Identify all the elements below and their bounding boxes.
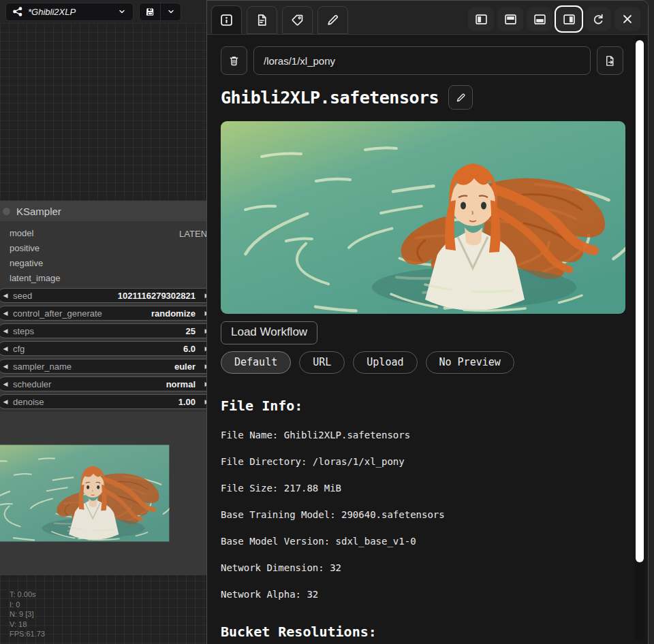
model-path-input[interactable]	[253, 46, 591, 75]
panel-window-controls	[468, 7, 640, 31]
decrement-icon[interactable]: ◀	[0, 363, 13, 370]
decrement-icon[interactable]: ◀	[0, 310, 13, 317]
input-latent-image[interactable]: latent_image	[10, 273, 60, 283]
tab-edit[interactable]	[317, 6, 348, 34]
load-workflow-button[interactable]: Load Workflow	[221, 321, 317, 344]
model-title-row: Ghibli2XLP.safetensors	[221, 85, 623, 110]
close-panel-button[interactable]	[614, 7, 640, 31]
increment-icon[interactable]: ▶	[201, 327, 206, 334]
widget-seed[interactable]: ◀ seed 1021116279302821 ▶	[0, 288, 206, 303]
refresh-icon	[592, 13, 605, 26]
preview-upload-button[interactable]: Upload	[353, 351, 417, 374]
stat-fps: FPS:61.73	[10, 629, 45, 639]
refresh-button[interactable]	[585, 7, 611, 31]
path-toolbar	[221, 46, 623, 75]
file-directory-row: File Directory: /loras/1/xl_pony	[221, 456, 623, 467]
increment-icon[interactable]: ▶	[201, 292, 206, 299]
increment-icon[interactable]: ▶	[201, 398, 206, 405]
save-icon	[145, 7, 155, 17]
workflow-name: *Ghibli2XLP	[28, 7, 112, 17]
pencil-icon	[456, 93, 466, 103]
dock-bottom-icon	[533, 13, 546, 26]
widget-sampler-name[interactable]: ◀ sampler_name euler ▶	[0, 359, 206, 374]
input-model[interactable]: model	[10, 228, 33, 238]
delete-model-button[interactable]	[221, 46, 247, 75]
side-panel-window: Ghibli2XLP.safetensors Load Workflow Def…	[206, 0, 654, 644]
dock-left-button[interactable]	[468, 7, 494, 31]
node-collapse-dot[interactable]	[3, 208, 10, 215]
workflow-menubar: *Ghibli2XLP	[0, 0, 206, 23]
node-widgets: ◀ seed 1021116279302821 ▶ ◀ control_afte…	[0, 287, 206, 409]
node-canvas[interactable]: *Ghibli2XLP KSampler modelLATENT positiv…	[0, 0, 206, 644]
dock-right-button[interactable]	[556, 7, 582, 31]
panel-scrollbar-track[interactable]	[635, 36, 644, 641]
generated-preview-image	[0, 436, 203, 550]
stat-v: V: 18	[10, 619, 45, 630]
decrement-icon[interactable]: ◀	[0, 345, 13, 352]
preview-source-buttons: Default URL Upload No Preview	[221, 351, 623, 374]
close-icon	[621, 13, 634, 25]
widget-denoise[interactable]: ◀ denoise 1.00 ▶	[0, 394, 206, 409]
file-name-row: File Name: Ghibli2XLP.safetensors	[221, 430, 623, 440]
file-export-icon	[604, 55, 616, 67]
preview-none-button[interactable]: No Preview	[426, 351, 514, 374]
workflow-selector[interactable]: *Ghibli2XLP	[5, 3, 134, 21]
stat-nodes: N: 9 [3]	[10, 609, 45, 619]
canvas-perf-stats: T: 0.00s I: 0 N: 9 [3] V: 18 FPS:61.73	[10, 590, 45, 639]
widget-cfg[interactable]: ◀ cfg 6.0 ▶	[0, 341, 206, 356]
model-title: Ghibli2XLP.safetensors	[221, 88, 439, 108]
output-latent[interactable]: LATENT	[179, 229, 206, 239]
dock-right-icon	[563, 13, 576, 26]
tab-info[interactable]	[211, 5, 242, 34]
node-io: modelLATENT positive negative latent_ima…	[0, 221, 206, 287]
network-dimension-row: Network Dimension: 32	[221, 562, 623, 573]
panel-scrollbar-thumb[interactable]	[636, 40, 644, 562]
increment-icon[interactable]: ▶	[201, 363, 206, 370]
node-title-bar[interactable]: KSampler	[0, 201, 206, 221]
share-icon	[13, 7, 22, 16]
preview-url-button[interactable]: URL	[299, 351, 345, 374]
input-negative[interactable]: negative	[10, 258, 43, 268]
dock-top-button[interactable]	[497, 7, 523, 31]
base-training-model-row: Base Training Model: 290640.safetensors	[221, 509, 623, 520]
file-size-row: File Size: 217.88 MiB	[221, 483, 623, 494]
tab-description[interactable]	[247, 6, 277, 34]
stat-time: T: 0.00s	[10, 590, 45, 600]
preview-image-node[interactable]	[0, 411, 206, 575]
model-info-panel: Ghibli2XLP.safetensors Load Workflow Def…	[206, 0, 649, 644]
model-preview-image	[221, 121, 625, 314]
tab-tags[interactable]	[282, 6, 313, 34]
network-alpha-row: Network Alpha: 32	[221, 589, 623, 600]
save-workflow-button[interactable]	[140, 3, 160, 20]
increment-icon[interactable]: ▶	[201, 381, 206, 387]
increment-icon[interactable]: ▶	[201, 345, 206, 352]
rename-model-button[interactable]	[448, 85, 473, 110]
widget-control-after-generate[interactable]: ◀ control_after_generate randomize ▶	[0, 306, 206, 321]
bucket-resolutions-heading: Bucket Resolutions:	[221, 624, 623, 640]
decrement-icon[interactable]: ◀	[0, 381, 13, 387]
pencil-icon	[326, 14, 339, 27]
save-button-group	[139, 3, 181, 21]
preview-default-button[interactable]: Default	[221, 351, 291, 374]
ksampler-node[interactable]: KSampler modelLATENT positive negative l…	[0, 201, 206, 410]
dock-bottom-button[interactable]	[527, 7, 552, 31]
decrement-icon[interactable]: ◀	[0, 327, 13, 334]
decrement-icon[interactable]: ◀	[0, 398, 13, 405]
increment-icon[interactable]: ▶	[201, 310, 206, 317]
file-text-icon	[255, 14, 268, 27]
stat-iterations: I: 0	[10, 600, 45, 610]
decrement-icon[interactable]: ◀	[0, 292, 13, 299]
dock-top-icon	[504, 13, 517, 26]
base-model-version-row: Base Model Version: sdxl_base_v1-0	[221, 536, 623, 547]
dock-left-icon	[475, 13, 488, 26]
input-positive[interactable]: positive	[10, 243, 40, 253]
panel-content: Ghibli2XLP.safetensors Load Workflow Def…	[207, 35, 648, 644]
save-options-button[interactable]	[160, 3, 181, 20]
chevron-down-icon	[167, 7, 175, 16]
file-info-heading: File Info:	[221, 398, 623, 414]
widget-steps[interactable]: ◀ steps 25 ▶	[0, 323, 206, 338]
node-title: KSampler	[16, 206, 61, 217]
move-file-button[interactable]	[597, 46, 623, 75]
tag-icon	[291, 14, 304, 27]
widget-scheduler[interactable]: ◀ scheduler normal ▶	[0, 376, 206, 391]
